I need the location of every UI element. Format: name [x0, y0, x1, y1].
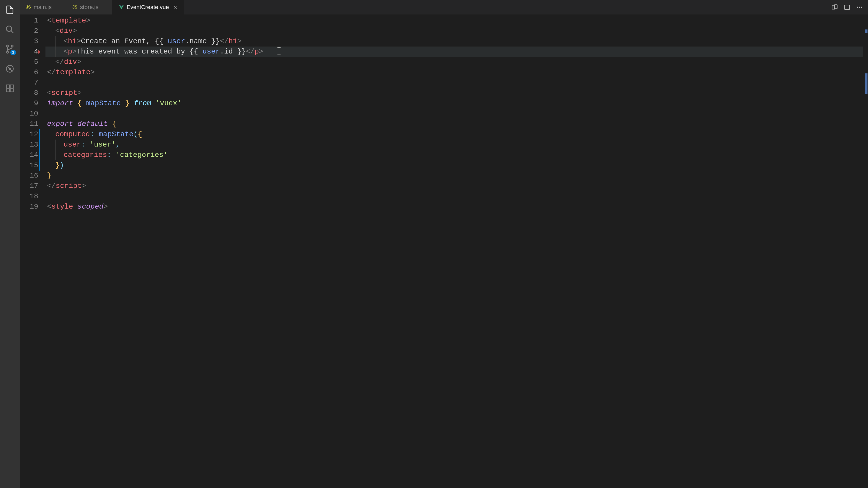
text-cursor	[279, 47, 279, 55]
tab-store-js[interactable]: JSstore.js	[66, 0, 113, 15]
line-number: 4	[20, 47, 38, 57]
main-area: JSmain.jsJSstore.jsEventCreate.vue 12345…	[20, 0, 868, 488]
line-number: 19	[20, 202, 38, 212]
tab-label: EventCreate.vue	[127, 4, 169, 10]
svg-point-0	[6, 26, 12, 32]
code-line[interactable]: <script>	[45, 88, 863, 98]
line-number: 1	[20, 16, 38, 26]
code-line[interactable]: categories: 'categories'	[45, 150, 863, 160]
tabs-bar: JSmain.jsJSstore.jsEventCreate.vue	[20, 0, 868, 15]
indent-guide	[55, 140, 56, 150]
line-number-gutter: 12345678910111213141516171819	[20, 15, 45, 488]
tab-main-js[interactable]: JSmain.js	[20, 0, 66, 15]
svg-point-7	[9, 68, 11, 70]
split-editor-icon[interactable]	[844, 4, 850, 10]
code-line[interactable]: <style scoped>	[45, 202, 863, 212]
more-actions-icon[interactable]	[856, 4, 863, 10]
line-number: 10	[20, 109, 38, 119]
svg-rect-8	[6, 85, 9, 88]
extensions-icon	[5, 84, 14, 93]
tab-label: store.js	[80, 4, 98, 10]
line-number: 7	[20, 78, 38, 88]
line-number: 15	[20, 160, 38, 171]
code-line[interactable]: </div>	[45, 57, 863, 67]
line-number: 2	[20, 26, 38, 36]
code-line[interactable]	[45, 78, 863, 88]
code-content[interactable]: <template><div><h1>Create an Event, {{ u…	[45, 15, 863, 488]
vue-file-icon	[119, 5, 124, 10]
app-root: 3 JSmain.jsJSstore.jsEventCreate.vue	[0, 0, 868, 488]
activity-search[interactable]	[5, 24, 15, 35]
svg-point-3	[11, 45, 13, 47]
svg-point-20	[861, 7, 862, 8]
git-modified-indicator	[39, 160, 40, 171]
js-file-icon: JS	[72, 5, 78, 10]
svg-point-18	[857, 7, 858, 8]
code-line[interactable]: })	[45, 160, 863, 171]
svg-line-1	[11, 31, 13, 33]
fold-indicator-icon[interactable]	[38, 50, 40, 54]
js-file-icon: JS	[26, 5, 31, 10]
debug-icon	[5, 64, 14, 74]
files-icon	[5, 5, 14, 15]
code-line[interactable]: <p>This event was created by {{ user.id …	[45, 47, 863, 57]
code-line[interactable]: </script>	[45, 181, 863, 191]
code-line[interactable]: <div>	[45, 26, 863, 36]
git-modified-indicator	[39, 140, 40, 150]
code-line[interactable]: user: 'user',	[45, 140, 863, 150]
code-line[interactable]: <h1>Create an Event, {{ user.name }}</h1…	[45, 36, 863, 47]
svg-rect-9	[10, 85, 13, 88]
indent-guide	[55, 47, 56, 57]
minimap-slider-1[interactable]	[865, 29, 867, 33]
activity-bar: 3	[0, 0, 20, 488]
line-number: 12	[20, 129, 38, 140]
source-control-badge: 3	[10, 50, 16, 55]
activity-source-control[interactable]: 3	[5, 44, 15, 54]
code-line[interactable]: </template>	[45, 67, 863, 78]
editor-actions	[831, 0, 868, 15]
code-line[interactable]: computed: mapState({	[45, 129, 863, 140]
line-number: 9	[20, 98, 38, 109]
activity-debug[interactable]	[5, 64, 15, 74]
close-icon[interactable]	[173, 5, 178, 9]
line-number: 11	[20, 119, 38, 129]
svg-rect-10	[6, 89, 9, 92]
svg-point-2	[6, 45, 8, 47]
svg-rect-11	[10, 89, 13, 92]
activity-explorer[interactable]	[5, 5, 15, 15]
line-number: 16	[20, 171, 38, 181]
search-icon	[5, 25, 14, 34]
line-number: 5	[20, 57, 38, 67]
code-line[interactable]: export default {	[45, 119, 863, 129]
minimap-slider-2[interactable]	[865, 74, 867, 94]
line-number: 18	[20, 191, 38, 202]
git-modified-indicator	[39, 129, 40, 140]
code-line[interactable]: import { mapState } from 'vuex'	[45, 98, 863, 109]
svg-point-19	[859, 7, 860, 8]
code-line[interactable]	[45, 191, 863, 202]
line-number: 8	[20, 88, 38, 98]
line-number: 14	[20, 150, 38, 160]
line-number: 13	[20, 140, 38, 150]
tab-EventCreate-vue[interactable]: EventCreate.vue	[113, 0, 184, 15]
line-number: 6	[20, 67, 38, 78]
compare-changes-icon[interactable]	[831, 4, 838, 10]
activity-extensions[interactable]	[5, 83, 15, 93]
tab-label: main.js	[34, 4, 52, 10]
line-number: 3	[20, 36, 38, 47]
svg-point-4	[6, 51, 8, 53]
line-number: 17	[20, 181, 38, 191]
git-modified-indicator	[39, 150, 40, 160]
indent-guide	[55, 150, 56, 160]
code-editor[interactable]: 12345678910111213141516171819 <template>…	[20, 15, 868, 488]
indent-guide	[55, 36, 56, 47]
minimap-scrollbar[interactable]	[863, 15, 868, 488]
code-line[interactable]: }	[45, 171, 863, 181]
code-line[interactable]	[45, 109, 863, 119]
code-line[interactable]: <template>	[45, 16, 863, 26]
